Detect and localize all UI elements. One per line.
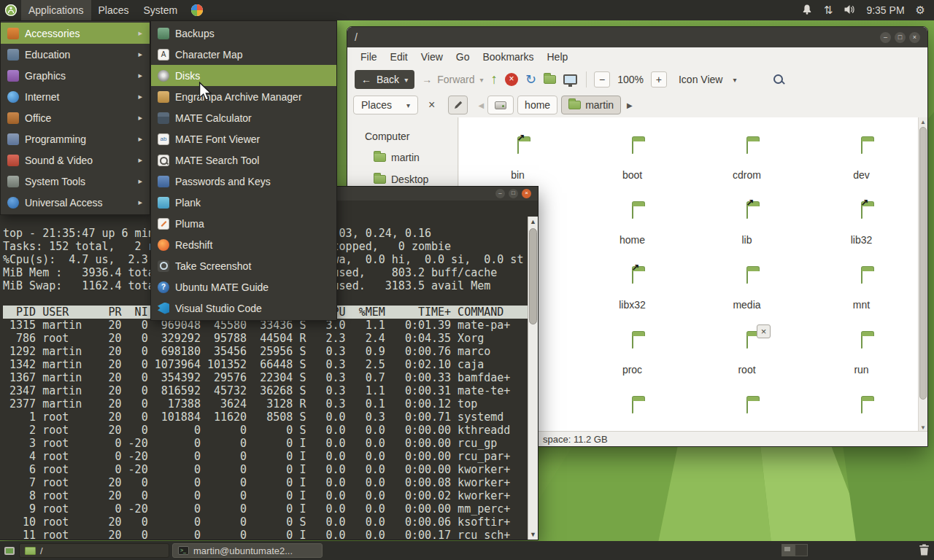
menu-category[interactable]: Sound & Video ▸ xyxy=(1,149,150,171)
maximize-button[interactable]: □ xyxy=(509,189,518,198)
menu-item[interactable]: MATE Search Tool xyxy=(151,149,336,171)
workspace-cell[interactable] xyxy=(795,544,808,556)
menu-item[interactable]: View xyxy=(415,51,449,63)
menu-item[interactable]: File xyxy=(355,51,383,63)
folder-item[interactable]: run xyxy=(804,335,919,400)
folder-item[interactable]: home xyxy=(575,206,690,271)
minimize-button[interactable]: – xyxy=(880,32,891,43)
mate-logo-icon[interactable] xyxy=(4,4,18,17)
menu-item[interactable]: MATE Calculator xyxy=(151,107,336,128)
software-boutique-icon[interactable] xyxy=(190,4,204,17)
forward-history-dropdown-icon[interactable]: ▾ xyxy=(480,76,484,84)
volume-icon[interactable] xyxy=(844,4,855,18)
network-updown-icon[interactable]: ⇅ xyxy=(824,4,833,17)
folder-item[interactable]: ↗ libx32 xyxy=(575,271,690,335)
close-button[interactable]: × xyxy=(522,189,531,198)
show-desktop-button[interactable] xyxy=(2,544,17,557)
back-history-dropdown-icon[interactable]: ▾ xyxy=(404,76,408,84)
folder-item[interactable] xyxy=(804,400,919,432)
menu-item[interactable]: Character Map xyxy=(151,44,336,65)
refresh-button[interactable]: ↻ xyxy=(525,73,536,86)
menu-item[interactable]: Ubuntu MATE Guide xyxy=(151,276,336,298)
menu-item[interactable]: Pluma xyxy=(151,213,336,234)
stop-button[interactable]: × xyxy=(505,73,518,86)
edit-location-button[interactable] xyxy=(448,96,468,114)
menu-item[interactable]: Disks xyxy=(151,65,336,86)
terminal-scrollbar[interactable]: ▲ ▼ xyxy=(528,217,538,540)
folder-item[interactable]: proc xyxy=(575,335,690,400)
menu-item[interactable]: Take Screenshot xyxy=(151,255,336,276)
floating-close-button[interactable]: × xyxy=(757,324,771,338)
up-button[interactable]: ↑ xyxy=(491,73,498,86)
menu-item[interactable]: Plank xyxy=(151,192,336,213)
zoom-in-button[interactable]: + xyxy=(651,71,667,88)
vertical-scrollbar[interactable]: ▲ ▼ xyxy=(918,117,927,432)
menu-item[interactable]: Go xyxy=(450,51,476,63)
menu-item[interactable]: Visual Studio Code xyxy=(151,298,336,319)
maximize-button[interactable]: □ xyxy=(895,32,906,43)
file-manager-title-bar[interactable]: / – □ × xyxy=(347,27,927,47)
minimize-button[interactable]: – xyxy=(495,189,505,198)
folder-item[interactable]: ↗ lib32 xyxy=(804,206,919,271)
taskbar-window-terminal[interactable]: martin@ubuntumate2... xyxy=(172,543,323,558)
menu-category[interactable]: System Tools ▸ xyxy=(1,171,150,192)
breadcrumb-root[interactable] xyxy=(487,96,514,114)
folder-item[interactable] xyxy=(575,400,690,432)
applications-menu-button[interactable]: Applications xyxy=(21,0,91,20)
sidebar-mode-dropdown[interactable]: Places ▾ xyxy=(353,96,418,114)
back-button[interactable]: ← Back ▾ xyxy=(355,70,414,89)
menu-category[interactable]: Accessories ▸ xyxy=(1,23,150,44)
scrollbar-thumb[interactable] xyxy=(919,127,927,400)
close-sidebar-button[interactable]: × xyxy=(428,98,435,112)
folder-item[interactable]: boot xyxy=(575,141,690,206)
menu-category[interactable]: Programming ▸ xyxy=(1,128,150,149)
menu-category[interactable]: Office ▸ xyxy=(1,107,150,128)
menu-item[interactable]: Backups xyxy=(151,23,336,44)
menu-item[interactable]: Passwords and Keys xyxy=(151,171,336,192)
computer-button[interactable] xyxy=(563,74,577,85)
menu-item[interactable]: Help xyxy=(541,51,574,63)
sidebar-item[interactable]: martin xyxy=(347,147,458,168)
search-button[interactable] xyxy=(773,74,785,86)
system-menu-button[interactable]: System xyxy=(136,0,185,20)
menu-item[interactable]: Engrampa Archive Manager xyxy=(151,86,336,107)
home-button[interactable] xyxy=(544,75,556,84)
scroll-up-icon[interactable]: ▲ xyxy=(528,218,538,225)
menu-category[interactable]: Universal Access ▸ xyxy=(1,192,150,213)
folder-item[interactable] xyxy=(690,400,804,432)
menu-item[interactable]: MATE Font Viewer xyxy=(151,128,336,149)
menu-item[interactable]: Redshift xyxy=(151,234,336,255)
close-button[interactable]: × xyxy=(909,32,920,43)
folder-item[interactable]: ↗ lib xyxy=(690,206,804,271)
folder-item[interactable]: root xyxy=(690,335,804,400)
menu-category[interactable]: Education ▸ xyxy=(1,44,150,65)
forward-button[interactable]: → Forward ▾ xyxy=(422,74,483,85)
clock[interactable]: 9:35 PM xyxy=(866,4,904,16)
folder-item[interactable]: media xyxy=(690,271,804,335)
trash-icon[interactable] xyxy=(919,543,930,559)
scrollbar-thumb[interactable] xyxy=(529,228,537,324)
zoom-out-button[interactable]: − xyxy=(594,71,610,88)
terminal-icon xyxy=(178,546,189,555)
places-menu-button[interactable]: Places xyxy=(91,0,136,20)
path-scroll-right-button[interactable]: ▶ xyxy=(627,101,633,109)
folder-item[interactable]: dev xyxy=(804,141,919,206)
scroll-down-icon[interactable]: ▼ xyxy=(528,531,538,538)
workspace-cell[interactable] xyxy=(781,544,795,556)
menu-category[interactable]: Internet ▸ xyxy=(1,86,150,107)
breadcrumb-home[interactable]: home xyxy=(517,96,557,114)
menu-item[interactable]: Bookmarks xyxy=(476,51,539,63)
session-gear-icon[interactable]: ⚙ xyxy=(916,4,925,17)
scroll-down-icon[interactable]: ▼ xyxy=(919,424,927,431)
taskbar-window-caja[interactable]: / xyxy=(19,543,169,558)
menu-category[interactable]: Graphics ▸ xyxy=(1,65,150,86)
view-mode-dropdown[interactable]: Icon View ▾ xyxy=(674,74,741,85)
folder-item[interactable]: mnt xyxy=(804,271,919,335)
scroll-up-icon[interactable]: ▲ xyxy=(919,119,927,125)
folder-item[interactable]: cdrom xyxy=(690,141,804,206)
breadcrumb-martin[interactable]: martin xyxy=(561,96,621,114)
menu-item[interactable]: Edit xyxy=(385,51,414,63)
sidebar-root-computer[interactable]: Computer xyxy=(347,117,458,147)
notifications-bell-icon[interactable] xyxy=(801,4,813,18)
path-scroll-left-button[interactable]: ◀ xyxy=(478,101,484,109)
